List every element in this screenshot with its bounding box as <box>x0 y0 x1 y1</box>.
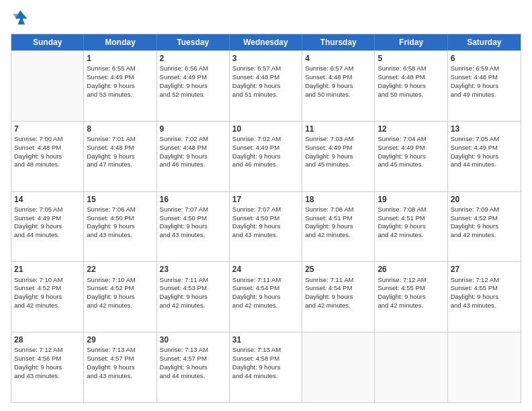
day-number: 13 <box>451 124 518 134</box>
day-info-line: Sunrise: 7:02 AM <box>232 135 299 144</box>
calendar: SundayMondayTuesdayWednesdayThursdayFrid… <box>11 34 521 403</box>
calendar-empty-cell <box>11 51 84 121</box>
day-info-line: Sunset: 4:55 PM <box>451 284 518 293</box>
calendar-empty-cell <box>375 332 447 402</box>
day-info-line: and 42 minutes. <box>160 302 226 310</box>
day-number: 29 <box>87 334 153 345</box>
day-info-line: Daylight: 9 hours <box>232 293 299 302</box>
day-info-line: Sunset: 4:49 PM <box>305 144 371 152</box>
day-info-line: and 42 minutes. <box>87 302 153 310</box>
day-number: 19 <box>378 194 444 205</box>
day-info-line: Sunset: 4:54 PM <box>232 284 299 293</box>
day-info-line: Daylight: 9 hours <box>378 152 444 161</box>
day-info-line: Sunset: 4:57 PM <box>160 355 226 363</box>
day-info-line: Daylight: 9 hours <box>232 363 299 372</box>
day-info-line: Sunset: 4:52 PM <box>14 284 81 293</box>
day-of-week-monday: Monday <box>84 34 157 50</box>
day-info-line: Sunrise: 7:12 AM <box>14 346 81 355</box>
day-info-line: Daylight: 9 hours <box>14 222 81 231</box>
day-number: 27 <box>451 264 518 275</box>
calendar-day-5: 5Sunrise: 6:58 AMSunset: 4:48 PMDaylight… <box>375 51 447 121</box>
calendar-day-1: 1Sunrise: 6:55 AMSunset: 4:49 PMDaylight… <box>84 51 157 121</box>
calendar-empty-cell <box>448 332 521 402</box>
day-info-line: Sunrise: 7:12 AM <box>378 276 444 285</box>
day-info-line: Daylight: 9 hours <box>87 82 153 91</box>
calendar-day-2: 2Sunrise: 6:56 AMSunset: 4:49 PMDaylight… <box>157 51 230 121</box>
day-number: 22 <box>87 264 153 275</box>
day-info-line: and 42 minutes. <box>305 302 371 310</box>
day-info-line: Sunset: 4:49 PM <box>160 73 226 82</box>
day-info-line: Daylight: 9 hours <box>87 152 153 161</box>
day-info-line: Daylight: 9 hours <box>160 152 226 161</box>
day-info-line: and 49 minutes. <box>451 91 518 99</box>
calendar-day-19: 19Sunrise: 7:08 AMSunset: 4:51 PMDayligh… <box>375 192 447 262</box>
day-info-line: Sunrise: 7:04 AM <box>378 135 444 144</box>
day-info-line: Sunset: 4:50 PM <box>87 214 153 223</box>
day-info-line: Sunset: 4:49 PM <box>232 144 299 152</box>
calendar-day-29: 29Sunrise: 7:13 AMSunset: 4:57 PMDayligh… <box>84 332 157 402</box>
day-info-line: Sunset: 4:48 PM <box>451 73 518 82</box>
day-info-line: Daylight: 9 hours <box>160 363 226 372</box>
calendar-day-21: 21Sunrise: 7:10 AMSunset: 4:52 PMDayligh… <box>11 262 84 332</box>
day-info-line: Sunrise: 7:07 AM <box>232 205 299 214</box>
day-info-line: Sunset: 4:50 PM <box>232 214 299 223</box>
day-info-line: and 44 minutes. <box>232 372 299 381</box>
day-info-line: Sunrise: 7:11 AM <box>305 276 371 285</box>
calendar-day-31: 31Sunrise: 7:13 AMSunset: 4:58 PMDayligh… <box>230 332 302 402</box>
day-info-line: Daylight: 9 hours <box>378 222 444 231</box>
calendar-week-5: 28Sunrise: 7:12 AMSunset: 4:56 PMDayligh… <box>11 332 521 402</box>
day-info-line: Daylight: 9 hours <box>14 363 81 372</box>
day-info-line: Sunset: 4:57 PM <box>87 355 153 363</box>
day-info-line: and 42 minutes. <box>378 302 444 310</box>
day-info-line: Sunset: 4:56 PM <box>14 355 81 363</box>
calendar-day-25: 25Sunrise: 7:11 AMSunset: 4:54 PMDayligh… <box>302 262 375 332</box>
calendar-empty-cell <box>302 332 375 402</box>
day-info-line: Sunset: 4:49 PM <box>14 214 81 223</box>
day-info-line: Sunset: 4:48 PM <box>305 73 371 82</box>
day-info-line: and 46 minutes. <box>160 161 226 169</box>
day-info-line: Sunrise: 7:13 AM <box>232 346 299 355</box>
day-of-week-thursday: Thursday <box>302 34 375 50</box>
day-info-line: and 45 minutes. <box>305 161 371 169</box>
calendar-day-4: 4Sunrise: 6:57 AMSunset: 4:48 PMDaylight… <box>302 51 375 121</box>
day-info-line: and 53 minutes. <box>87 91 153 99</box>
logo <box>11 8 32 27</box>
day-number: 8 <box>87 124 153 134</box>
calendar-day-3: 3Sunrise: 6:57 AMSunset: 4:48 PMDaylight… <box>230 51 302 121</box>
day-info-line: Sunrise: 7:06 AM <box>87 205 153 214</box>
calendar-day-6: 6Sunrise: 6:59 AMSunset: 4:48 PMDaylight… <box>448 51 521 121</box>
day-number: 23 <box>160 264 226 275</box>
calendar-day-14: 14Sunrise: 7:05 AMSunset: 4:49 PMDayligh… <box>11 192 84 262</box>
day-number: 17 <box>232 194 299 205</box>
day-info-line: Sunrise: 7:13 AM <box>87 346 153 355</box>
day-info-line: Sunrise: 6:58 AM <box>378 64 444 73</box>
day-number: 20 <box>451 194 518 205</box>
calendar-week-2: 7Sunrise: 7:00 AMSunset: 4:48 PMDaylight… <box>11 121 521 191</box>
day-info-line: Sunrise: 7:11 AM <box>160 276 226 285</box>
day-info-line: Sunrise: 7:08 AM <box>305 205 371 214</box>
day-number: 5 <box>378 53 444 64</box>
day-info-line: and 42 minutes. <box>14 302 81 310</box>
day-info-line: Daylight: 9 hours <box>305 293 371 302</box>
day-number: 24 <box>232 264 299 275</box>
day-of-week-wednesday: Wednesday <box>230 34 302 50</box>
day-info-line: Daylight: 9 hours <box>305 222 371 231</box>
day-info-line: and 45 minutes. <box>378 161 444 169</box>
day-number: 28 <box>14 334 81 345</box>
calendar-day-24: 24Sunrise: 7:11 AMSunset: 4:54 PMDayligh… <box>230 262 302 332</box>
day-info-line: Daylight: 9 hours <box>451 152 518 161</box>
calendar-day-18: 18Sunrise: 7:08 AMSunset: 4:51 PMDayligh… <box>302 192 375 262</box>
day-info-line: and 42 minutes. <box>232 302 299 310</box>
day-number: 12 <box>378 124 444 134</box>
day-number: 26 <box>378 264 444 275</box>
day-info-line: Sunset: 4:54 PM <box>305 284 371 293</box>
day-number: 4 <box>305 53 371 64</box>
day-info-line: Sunrise: 6:57 AM <box>305 64 371 73</box>
day-info-line: Daylight: 9 hours <box>232 82 299 91</box>
day-info-line: Sunset: 4:49 PM <box>87 73 153 82</box>
day-number: 15 <box>87 194 153 205</box>
page: SundayMondayTuesdayWednesdayThursdayFrid… <box>0 0 532 411</box>
day-info-line: Sunrise: 7:11 AM <box>232 276 299 285</box>
calendar-day-8: 8Sunrise: 7:01 AMSunset: 4:48 PMDaylight… <box>84 122 157 191</box>
calendar-day-9: 9Sunrise: 7:02 AMSunset: 4:48 PMDaylight… <box>157 122 230 191</box>
